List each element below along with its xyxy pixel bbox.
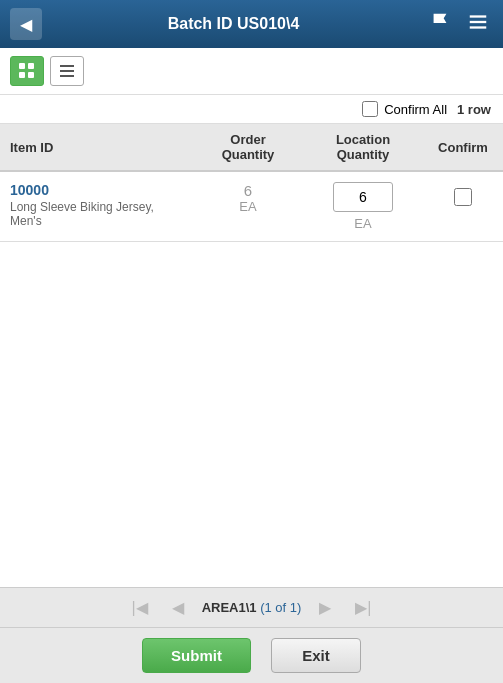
header-title: Batch ID US010\4 <box>168 15 300 33</box>
table-row: 10000 Long Sleeve Biking Jersey, Men's 6… <box>0 171 503 242</box>
grid-view-button[interactable] <box>10 56 44 86</box>
next-page-button[interactable]: ▶ <box>313 596 337 619</box>
item-id-link-0[interactable]: 10000 <box>10 182 49 198</box>
back-button[interactable]: ◀ <box>10 8 42 40</box>
page-info: AREA1\1 (1 of 1) <box>202 600 302 615</box>
table-container: Item ID OrderQuantity LocationQuantity C… <box>0 124 503 587</box>
menu-icon-button[interactable] <box>463 7 493 42</box>
cell-confirm-0 <box>423 171 503 242</box>
exit-button[interactable]: Exit <box>271 638 361 673</box>
row-count: 1 row <box>457 102 491 117</box>
cell-loc-qty-0: EA <box>303 171 423 242</box>
grid-icon <box>18 62 36 80</box>
table-body: 10000 Long Sleeve Biking Jersey, Men's 6… <box>0 171 503 242</box>
confirm-all-checkbox[interactable] <box>362 101 378 117</box>
menu-icon <box>467 11 489 33</box>
flag-icon-button[interactable] <box>425 7 455 42</box>
item-desc-0: Long Sleeve Biking Jersey, Men's <box>10 200 183 228</box>
prev-page-button[interactable]: ◀ <box>166 596 190 619</box>
last-page-button[interactable]: ▶| <box>349 596 377 619</box>
list-icon <box>58 62 76 80</box>
loc-qty-input-0[interactable] <box>333 182 393 212</box>
pagination: |◀ ◀ AREA1\1 (1 of 1) ▶ ▶| <box>0 587 503 627</box>
svg-rect-6 <box>28 72 34 78</box>
col-header-loc-qty: LocationQuantity <box>303 124 423 171</box>
header-icons <box>425 7 493 42</box>
confirm-all-bar: Confirm All 1 row <box>0 95 503 124</box>
svg-rect-4 <box>28 63 34 69</box>
cell-item-id-0: 10000 Long Sleeve Biking Jersey, Men's <box>0 171 193 242</box>
order-qty-value-0: 6 <box>203 182 293 199</box>
col-header-order-qty: OrderQuantity <box>193 124 303 171</box>
items-table: Item ID OrderQuantity LocationQuantity C… <box>0 124 503 242</box>
bottom-bar: Submit Exit <box>0 627 503 683</box>
submit-button[interactable]: Submit <box>142 638 251 673</box>
loc-qty-unit-0: EA <box>313 216 413 231</box>
col-header-confirm: Confirm <box>423 124 503 171</box>
page-paren: (1 of 1) <box>260 600 301 615</box>
table-header-row: Item ID OrderQuantity LocationQuantity C… <box>0 124 503 171</box>
header: ◀ Batch ID US010\4 <box>0 0 503 48</box>
svg-rect-5 <box>19 72 25 78</box>
confirm-all-label[interactable]: Confirm All <box>362 101 447 117</box>
cell-order-qty-0: 6 EA <box>193 171 303 242</box>
order-qty-unit-0: EA <box>203 199 293 214</box>
list-view-button[interactable] <box>50 56 84 86</box>
col-header-item-id: Item ID <box>0 124 193 171</box>
svg-rect-3 <box>19 63 25 69</box>
first-page-button[interactable]: |◀ <box>125 596 153 619</box>
toolbar <box>0 48 503 95</box>
page-location: AREA1\1 <box>202 600 257 615</box>
confirm-all-text: Confirm All <box>384 102 447 117</box>
flag-icon <box>429 11 451 33</box>
confirm-checkbox-0[interactable] <box>454 188 472 206</box>
